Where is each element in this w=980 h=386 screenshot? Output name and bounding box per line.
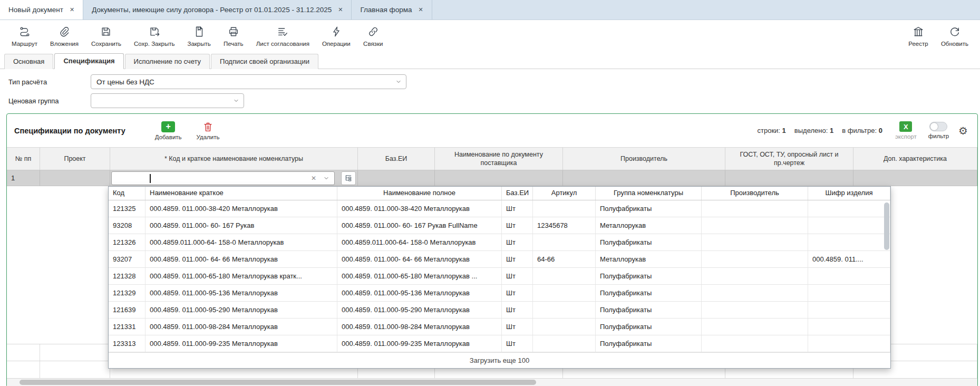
dropdown-cell: 000.4859. 011.000-98-284 Металлорукав (145, 319, 337, 335)
dropdown-cell (702, 234, 808, 250)
dropdown-cell: 000.4859. 011.000-65-180 Металлорукав ..… (337, 268, 502, 284)
dropdown-cell: 121329 (109, 285, 145, 301)
dropdown-cell: Шт (502, 319, 533, 335)
column-header-5: Наименование по документу поставщика (435, 148, 563, 170)
horizontal-scrollbar-thumb[interactable] (20, 380, 536, 385)
row-number-cell: 1 (7, 170, 40, 186)
dropdown-cell (533, 335, 596, 352)
close-tab-icon[interactable]: ✕ (338, 6, 343, 13)
dropdown-cell: Шт (502, 251, 533, 267)
base-unit-cell[interactable] (358, 170, 435, 186)
toolbar-button-registry[interactable]: Реестр (902, 24, 935, 49)
toolbar-button-label: Вложения (50, 41, 79, 47)
form-tab-2[interactable]: Спецификация (54, 53, 123, 69)
dropdown-row[interactable]: 121325000.4859. 011.000-38-420 Металлору… (109, 200, 890, 217)
toolbar-button-label: Операции (322, 41, 351, 47)
toolbar-button-save-close[interactable]: Сохр. Закрыть (128, 24, 181, 49)
refresh-icon (949, 26, 960, 39)
spec-panel-header: Спецификации по документу + Добавить Уда… (7, 114, 977, 147)
dropdown-cell: Шт (502, 302, 533, 318)
supplier-name-cell[interactable] (435, 170, 563, 186)
form-tab-3[interactable]: Исполнение по счету (125, 54, 210, 69)
add-row-button[interactable]: + Добавить (155, 121, 182, 140)
toggle-switch[interactable] (929, 122, 947, 131)
save-icon (100, 26, 112, 39)
hierarchy-picker-button[interactable] (341, 171, 356, 185)
dropdown-cell (533, 319, 596, 335)
column-header-4: Баз.ЕИ (358, 148, 435, 170)
export-label: экспорт (895, 133, 917, 140)
toolbar-button-label: Сохранить (91, 41, 121, 47)
gost-cell[interactable] (725, 170, 853, 186)
nomenclature-cell[interactable]: ✕ (110, 170, 358, 186)
close-tab-icon[interactable]: ✕ (70, 6, 74, 13)
excel-export-button[interactable]: X экспорт (895, 121, 917, 140)
horizontal-scrollbar[interactable] (7, 379, 977, 386)
dropdown-row[interactable]: 121639000.4859. 011.000-95-290 Металлору… (109, 302, 890, 319)
toolbar-button-attachments[interactable]: Вложения (44, 24, 85, 49)
toolbar-button-route[interactable]: Маршрут (5, 24, 44, 49)
attachments-icon (59, 26, 70, 39)
dropdown-cell: 121328 (109, 268, 145, 284)
dropdown-column-header-2: Наименование краткое (145, 187, 337, 200)
toolbar-button-operations[interactable]: Операции (316, 24, 357, 49)
dropdown-row[interactable]: 123313000.4859. 011.000-99-235 Металлору… (109, 335, 890, 352)
dropdown-cell: 000.4859. 011.... (808, 251, 890, 267)
filter-toggle[interactable]: фильтр (928, 122, 949, 139)
delete-row-button[interactable]: Удалить (197, 121, 220, 140)
chevron-down-icon[interactable] (323, 175, 329, 181)
window-tab-label: Главная форма (360, 6, 412, 14)
nomenclature-combobox-input[interactable]: ✕ (111, 171, 335, 185)
form-tab-4[interactable]: Подписи своей организации (211, 54, 318, 69)
window-tab-1[interactable]: Новый документ✕ (0, 0, 83, 20)
dropdown-cell: 121325 (109, 200, 145, 217)
toolbar-button-close-doc[interactable]: Закрыть (181, 24, 217, 49)
dropdown-cell (808, 234, 890, 250)
app-window: Новый документ✕Документы, имеющие силу д… (0, 0, 980, 386)
calc-type-select[interactable]: От цены без НДС (91, 74, 406, 89)
toolbar-button-save[interactable]: Сохранить (85, 24, 128, 49)
empty-grid-cell (7, 344, 40, 361)
spec-table-row[interactable]: 1 ✕ (7, 170, 977, 186)
dropdown-row[interactable]: 121329000.4859. 011.000-95-136 Металлору… (109, 285, 890, 302)
gear-icon[interactable]: ⚙ (958, 126, 968, 136)
dropdown-cell (808, 200, 890, 217)
extra-characteristic-cell[interactable] (853, 170, 977, 186)
dropdown-cell: 000.4859. 011.000-95-136 Металлорукав (337, 285, 502, 301)
dropdown-cell (533, 285, 596, 301)
form-fields: Тип расчёта От цены без НДС Ценовая груп… (0, 69, 980, 110)
dropdown-row[interactable]: 121328000.4859. 011.000-65-180 Металлору… (109, 268, 890, 285)
dropdown-cell: 93207 (109, 251, 145, 267)
dropdown-scrollbar-thumb[interactable] (884, 202, 889, 250)
clear-icon[interactable]: ✕ (311, 175, 316, 181)
form-tab-1[interactable]: Основная (4, 54, 53, 69)
toolbar-button-links[interactable]: Связки (357, 24, 390, 49)
filter-label: фильтр (928, 133, 949, 139)
dropdown-row[interactable]: 93207000.4859. 011.000- 64- 66 Металлору… (109, 251, 890, 268)
dropdown-cell: 000.4859. 011.000-98-284 Металлорукав (337, 319, 502, 335)
toolbar-button-print[interactable]: Печать (217, 24, 250, 49)
window-tab-2[interactable]: Документы, имеющие силу договора - Реест… (83, 0, 352, 20)
dropdown-cell: 000.4859. 011.000-95-136 Металлорукав (145, 285, 337, 301)
dropdown-cell: 000.4859. 011.000- 60- 167 Рукав (145, 217, 337, 234)
close-tab-icon[interactable]: ✕ (418, 6, 423, 13)
empty-grid-cell (40, 344, 110, 361)
window-tab-label: Документы, имеющие силу договора - Реест… (92, 6, 332, 14)
links-icon (367, 26, 379, 39)
toolbar-button-refresh[interactable]: Обновить (935, 24, 975, 49)
dropdown-row[interactable]: 121326000.4859.011.000-64- 158-0 Металло… (109, 234, 890, 251)
dropdown-cell (702, 268, 808, 284)
window-tab-3[interactable]: Главная форма✕ (352, 0, 432, 20)
operations-icon (331, 26, 342, 39)
dropdown-cell (808, 319, 890, 335)
column-header-7: ГОСТ, ОСТ, ТУ, опросный лист и пр.чертеж (725, 148, 853, 170)
manufacturer-cell[interactable] (563, 170, 725, 186)
rows-count-value: 1 (782, 127, 786, 134)
dropdown-row[interactable]: 93208000.4859. 011.000- 60- 167 Рукав000… (109, 217, 890, 234)
project-cell[interactable] (40, 170, 110, 186)
empty-grid-cell (7, 361, 40, 378)
toolbar-button-approval-sheet[interactable]: Лист согласования (250, 24, 316, 49)
price-group-select[interactable] (91, 93, 244, 108)
load-more-button[interactable]: Загрузить еще 100 (109, 352, 890, 368)
dropdown-row[interactable]: 121331000.4859. 011.000-98-284 Металлору… (109, 319, 890, 335)
